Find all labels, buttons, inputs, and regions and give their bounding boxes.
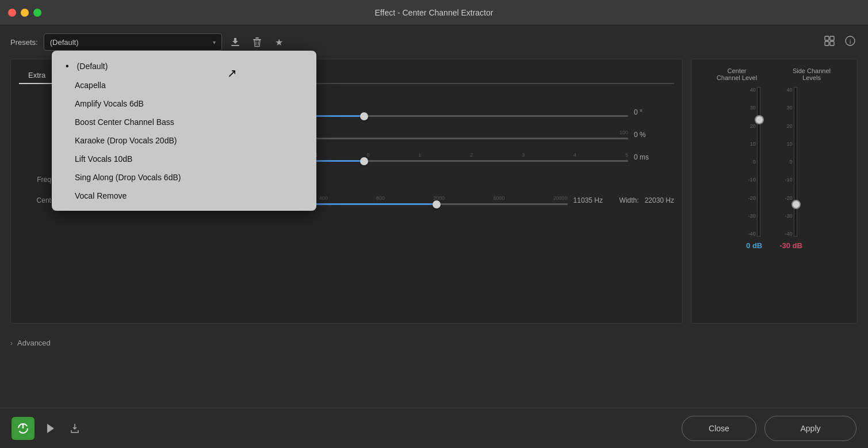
info-icon[interactable]: i [843, 33, 858, 48]
bottom-left-controls [12, 417, 83, 440]
side-db-value: -30 dB [779, 241, 802, 250]
center-meter-with-scale: 403020100-10-20-30-40 [748, 87, 760, 237]
star-icon[interactable]: ★ [272, 35, 286, 50]
delay-value: 0 ms [634, 153, 674, 161]
maximize-traffic-light[interactable] [33, 9, 41, 17]
grid-icon[interactable] [822, 33, 837, 48]
crossover-value: 0 % [634, 131, 674, 139]
svg-rect-6 [830, 36, 834, 40]
svg-rect-0 [231, 45, 239, 46]
tab-extract[interactable]: Extra [19, 67, 55, 84]
top-right-icons: i [822, 33, 858, 48]
center-meter-thumb[interactable] [755, 115, 764, 124]
side-meter-with-scale: 403020100-10-20-30-40 [785, 87, 797, 237]
delete-preset-icon[interactable] [250, 35, 265, 50]
center-channel-header: Center Channel Level [711, 67, 763, 81]
svg-rect-5 [825, 36, 829, 40]
angle-value: 0 ° [634, 108, 674, 116]
titlebar: Effect - Center Channel Extractor [0, 0, 868, 25]
svg-rect-7 [825, 41, 829, 45]
side-channel-header: Side Channel Levels [786, 67, 838, 81]
main-content: Presets: (Default) ▾ ★ [0, 25, 868, 360]
presets-dropdown-menu: (Default) Acapella Amplify Vocals 6dB Bo… [52, 51, 316, 211]
preset-item-acapella[interactable]: Acapella [52, 76, 316, 94]
center-meter-bar [757, 87, 760, 237]
save-preset-icon[interactable] [228, 35, 243, 50]
side-meter-thumb[interactable] [791, 200, 801, 209]
preset-item-default[interactable]: (Default) [52, 56, 316, 76]
right-panel: Center Channel Level Side Channel Levels… [691, 59, 858, 324]
meters-row: 403020100-10-20-30-40 0 dB 403020100-10-… [746, 87, 802, 250]
advanced-chevron-icon: › [10, 339, 13, 347]
presets-dropdown[interactable]: (Default) ▾ [44, 33, 222, 51]
presets-label: Presets: [10, 38, 38, 47]
center-scale-labels: 403020100-10-20-30-40 [748, 87, 756, 237]
center-frequency-value: 11035 Hz [573, 196, 614, 204]
traffic-lights [8, 9, 41, 17]
window-title: Effect - Center Channel Extractor [375, 8, 494, 17]
toolbar-icons: ★ [228, 35, 286, 50]
preset-item-lift-vocals[interactable]: Lift Vocals 10dB [52, 150, 316, 168]
close-button[interactable]: Close [682, 416, 756, 441]
power-button[interactable] [12, 417, 35, 440]
side-meter-bar [794, 87, 797, 237]
width-label: Width: [620, 196, 639, 204]
preset-item-sing-along[interactable]: Sing Along (Drop Vocals 6dB) [52, 168, 316, 187]
side-scale-labels: 403020100-10-20-30-40 [785, 87, 793, 237]
apply-button[interactable]: Apply [764, 416, 856, 441]
side-channel-meter: 403020100-10-20-30-40 -30 dB [779, 87, 802, 250]
preset-item-karaoke[interactable]: Karaoke (Drop Vocals 20dB) [52, 131, 316, 150]
presets-row: Presets: (Default) ▾ ★ [10, 33, 858, 51]
svg-marker-13 [47, 424, 54, 433]
center-channel-meter: 403020100-10-20-30-40 0 dB [746, 87, 762, 250]
preset-item-amplify-vocals[interactable]: Amplify Vocals 6dB [52, 94, 316, 113]
center-db-value: 0 dB [746, 241, 762, 250]
preset-item-vocal-remove[interactable]: Vocal Remove [52, 187, 316, 205]
presets-selected-value: (Default) [50, 38, 79, 47]
export-button[interactable] [67, 420, 83, 436]
width-value: 22030 Hz [645, 196, 674, 204]
advanced-label: Advanced [17, 339, 51, 347]
advanced-section[interactable]: › Advanced [10, 334, 858, 352]
chevron-down-icon: ▾ [213, 39, 216, 45]
minimize-traffic-light[interactable] [21, 9, 29, 17]
bottom-bar: Close Apply [0, 408, 868, 448]
bottom-right-controls: Close Apply [682, 416, 856, 441]
close-traffic-light[interactable] [8, 9, 16, 17]
svg-rect-2 [255, 37, 259, 39]
preset-item-boost-center[interactable]: Boost Center Channel Bass [52, 113, 316, 131]
level-headers: Center Channel Level Side Channel Levels [699, 67, 849, 81]
play-button[interactable] [43, 420, 59, 436]
svg-text:i: i [850, 39, 851, 45]
svg-rect-8 [830, 41, 834, 45]
